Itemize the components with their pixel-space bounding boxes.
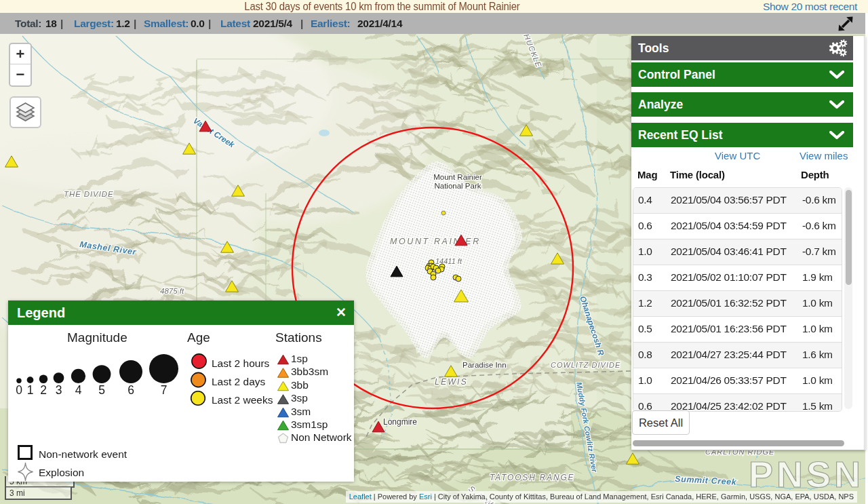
svg-text:Longmire: Longmire: [383, 417, 417, 427]
svg-text:COWLITZ DIVIDE: COWLITZ DIVIDE: [551, 361, 620, 369]
svg-text:0: 0: [16, 383, 22, 397]
svg-text:7: 7: [161, 383, 167, 397]
svg-text:National Park: National Park: [434, 182, 481, 190]
svg-text:1: 1: [27, 383, 34, 397]
svg-text:3 mi: 3 mi: [9, 488, 25, 498]
svg-text:4: 4: [75, 383, 82, 397]
svg-text:2: 2: [40, 383, 47, 397]
svg-text:LEWIS: LEWIS: [435, 377, 468, 387]
svg-text:14411 ft: 14411 ft: [435, 257, 462, 265]
svg-text:THE DIVIDE: THE DIVIDE: [64, 190, 114, 198]
svg-text:TATOOSH RANGE: TATOOSH RANGE: [490, 473, 574, 482]
svg-text:Paradise Inn: Paradise Inn: [462, 361, 507, 369]
svg-text:4875 ft: 4875 ft: [160, 287, 184, 295]
svg-text:PNSN: PNSN: [749, 454, 864, 495]
svg-text:Mount Rainier: Mount Rainier: [433, 173, 482, 181]
svg-text:5: 5: [98, 383, 105, 397]
svg-text:6: 6: [127, 383, 134, 397]
svg-text:3: 3: [56, 383, 62, 397]
